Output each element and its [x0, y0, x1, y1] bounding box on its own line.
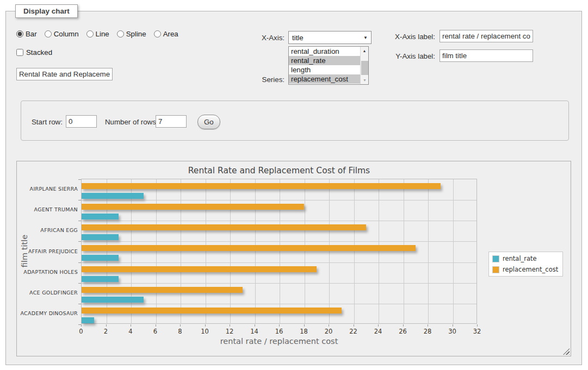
- gridline: [82, 283, 476, 284]
- x-tick-label: 30: [448, 328, 456, 335]
- category-label: AIRPLANE SIERRA: [0, 186, 78, 192]
- gridline: [156, 179, 157, 323]
- bar-rental_rate: [82, 214, 119, 220]
- x-tick-label: 26: [399, 328, 407, 335]
- x-tick-label: 12: [226, 328, 234, 335]
- start-row-label: Start row:: [32, 118, 63, 126]
- x-tick-mark: [180, 324, 181, 327]
- scroll-down-icon[interactable]: ▼: [361, 76, 369, 84]
- radio-line-input[interactable]: [86, 30, 94, 37]
- bar-rental_rate: [82, 255, 119, 261]
- number-of-rows-input[interactable]: [156, 115, 187, 128]
- x-tick-label: 20: [325, 328, 333, 335]
- chevron-down-icon: ▼: [363, 35, 368, 40]
- chart-title-input[interactable]: [16, 68, 113, 80]
- y-axis-label-field-label: Y-Axis label:: [381, 52, 435, 60]
- x-tick-label: 6: [153, 328, 157, 335]
- radio-area[interactable]: Area: [154, 30, 178, 38]
- legend-item: replacement_cost: [492, 266, 558, 273]
- radio-column[interactable]: Column: [45, 30, 79, 38]
- gridline: [280, 179, 280, 323]
- y-axis-label-input[interactable]: [440, 49, 533, 62]
- stacked-checkbox[interactable]: [16, 49, 23, 56]
- gridline: [82, 262, 476, 263]
- series-option[interactable]: length: [289, 65, 368, 74]
- x-tick-mark: [255, 324, 255, 327]
- gridline: [379, 179, 379, 323]
- bar-replacement_cost: [82, 308, 342, 313]
- legend-item: rental_rate: [492, 255, 558, 262]
- bar-rental_rate: [82, 276, 119, 282]
- x-tick-label: 14: [250, 328, 258, 335]
- chart-type-radio-group: Bar Column Line Spline Area: [16, 30, 183, 38]
- y-tick-mark: [78, 179, 81, 180]
- radio-spline-input[interactable]: [117, 30, 124, 37]
- series-scrollbar[interactable]: ▲ ▼: [360, 47, 368, 84]
- category-label: ACE GOLDFINGER: [0, 290, 78, 296]
- gridline: [230, 179, 231, 323]
- gridline: [453, 179, 454, 323]
- x-tick-label: 2: [104, 328, 108, 335]
- x-tick-label: 16: [275, 328, 283, 335]
- radio-bar[interactable]: Bar: [16, 30, 37, 38]
- gridline: [82, 304, 476, 304]
- radio-area-input[interactable]: [154, 30, 161, 37]
- bar-replacement_cost: [82, 183, 441, 189]
- radio-column-input[interactable]: [45, 30, 52, 37]
- fieldset-title: Display chart: [15, 4, 78, 18]
- x-tick-mark: [354, 324, 354, 327]
- gridline: [206, 179, 206, 323]
- bar-replacement_cost: [82, 224, 366, 230]
- radio-spline-label: Spline: [126, 30, 146, 38]
- go-button[interactable]: Go: [197, 115, 220, 129]
- x-tick-mark: [230, 324, 230, 327]
- legend-swatch-icon: [492, 266, 499, 273]
- category-label: ACADEMY DINOSAUR: [0, 310, 78, 316]
- radio-bar-input[interactable]: [16, 30, 23, 37]
- stacked-checkbox-row[interactable]: Stacked: [16, 48, 52, 57]
- radio-line[interactable]: Line: [86, 30, 109, 38]
- category-label: ADAPTATION HOLES: [0, 269, 78, 275]
- resize-handle-icon[interactable]: [563, 348, 570, 355]
- category-label: AGENT TRUMAN: [0, 206, 78, 212]
- series-option[interactable]: rental_duration: [289, 47, 368, 56]
- x-tick-mark: [403, 324, 404, 327]
- gridline: [82, 221, 476, 221]
- series-option[interactable]: replacement_cost: [289, 74, 368, 84]
- x-tick-label: 4: [128, 328, 132, 335]
- series-listbox[interactable]: rental_durationrental_ratelengthreplacem…: [288, 46, 369, 85]
- scroll-up-icon[interactable]: ▲: [361, 47, 368, 55]
- bar-replacement_cost: [82, 287, 243, 293]
- radio-spline[interactable]: Spline: [117, 30, 146, 38]
- y-tick-mark: [78, 304, 81, 304]
- chart-title: Rental Rate and Replacement Cost of Film…: [81, 166, 477, 175]
- x-tick-label: 18: [300, 328, 308, 335]
- x-tick-mark: [156, 324, 156, 327]
- gridline: [181, 179, 181, 323]
- gridline: [404, 179, 404, 323]
- bar-replacement_cost: [82, 266, 317, 272]
- number-of-rows-label: Number of rows:: [105, 118, 158, 126]
- radio-column-label: Column: [54, 30, 79, 38]
- start-row-input[interactable]: [66, 115, 97, 128]
- bar-rental_rate: [82, 297, 144, 303]
- legend-label: rental_rate: [503, 255, 537, 262]
- x-tick-mark: [378, 324, 379, 327]
- bar-rental_rate: [82, 193, 144, 199]
- x-tick-mark: [304, 324, 305, 327]
- series-option[interactable]: rental_rate: [289, 56, 368, 65]
- bar-rental_rate: [82, 317, 94, 323]
- x-tick-mark: [205, 324, 206, 327]
- gridline: [305, 179, 305, 323]
- row-controls-panel: [21, 101, 569, 141]
- x-axis-select[interactable]: title ▼: [288, 31, 372, 44]
- plot-area: [81, 179, 477, 324]
- x-tick-label: 32: [473, 328, 481, 335]
- y-tick-mark: [78, 200, 81, 200]
- x-tick-label: 10: [201, 328, 209, 335]
- x-tick-mark: [428, 324, 428, 327]
- chart-legend: rental_ratereplacement_cost: [488, 252, 563, 277]
- gridline: [354, 179, 355, 323]
- x-axis-label-input[interactable]: [440, 30, 533, 42]
- scrollbar-thumb[interactable]: [361, 61, 368, 75]
